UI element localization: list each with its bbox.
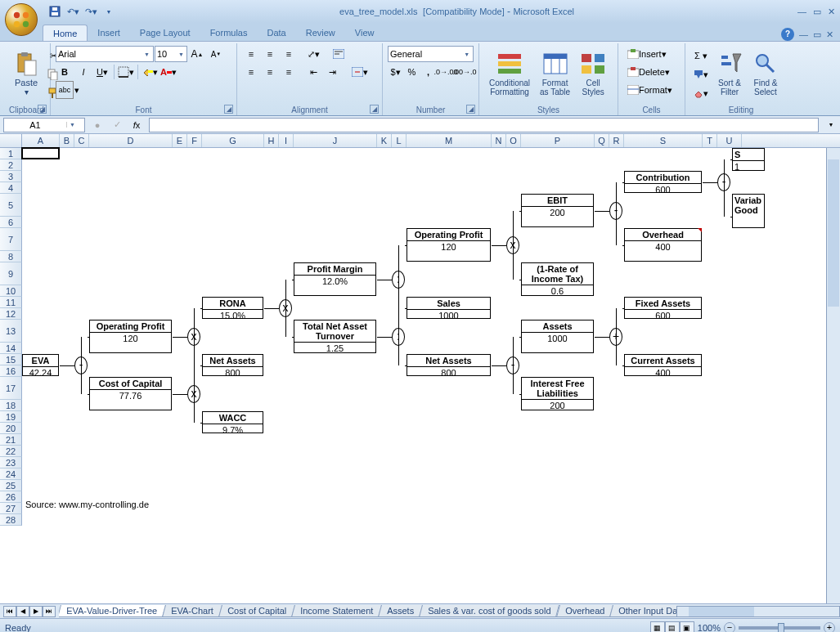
column-header[interactable]: C	[74, 134, 89, 147]
zoom-level[interactable]: 100%	[698, 623, 721, 633]
column-header[interactable]: H	[264, 134, 279, 147]
align-middle-icon[interactable]: ≡	[261, 45, 279, 63]
row-header[interactable]: 17	[0, 377, 22, 400]
sort-filter-button[interactable]: Sort &Filter	[712, 45, 748, 102]
tab-formulas[interactable]: Formulas	[200, 25, 258, 41]
column-header[interactable]: Q	[595, 134, 609, 147]
tab-view[interactable]: View	[345, 25, 384, 41]
increase-indent-icon[interactable]: ⇥	[323, 63, 341, 81]
help-icon[interactable]: ?	[781, 28, 794, 41]
sheet-nav-first-icon[interactable]: ⏮	[3, 606, 16, 617]
row-header[interactable]: 13	[0, 320, 22, 343]
column-header[interactable]: D	[89, 134, 173, 147]
column-header[interactable]: N	[492, 134, 506, 147]
zoom-in-button[interactable]: +	[824, 622, 835, 633]
insert-cells-button[interactable]: Insert ▾	[623, 45, 671, 63]
orientation-icon[interactable]: ⤢▾	[304, 45, 322, 63]
sheet-nav-next-icon[interactable]: ▶	[29, 606, 43, 617]
row-header[interactable]: 7	[0, 228, 22, 251]
font-color-icon[interactable]: A▾	[159, 63, 177, 81]
sheet-tab[interactable]: Sales & var. cost of goods sold	[419, 605, 559, 617]
row-header[interactable]: 2	[0, 159, 22, 171]
delete-cells-button[interactable]: Delete ▾	[623, 63, 674, 81]
restore-button[interactable]: ▭	[813, 7, 821, 17]
sheet-tab[interactable]: EVA-Chart	[162, 605, 222, 617]
column-header[interactable]: K	[377, 134, 392, 147]
conditional-formatting-button[interactable]: ConditionalFormatting	[484, 45, 535, 102]
column-header[interactable]: F	[187, 134, 202, 147]
decrease-indent-icon[interactable]: ⇤	[304, 63, 322, 81]
normal-view-icon[interactable]: ▦	[650, 621, 665, 633]
expand-formula-bar-icon[interactable]: ▼	[822, 116, 840, 134]
fill-color-icon[interactable]: ▾	[141, 63, 159, 81]
column-header[interactable]: P	[521, 134, 595, 147]
tab-page-layout[interactable]: Page Layout	[130, 25, 200, 41]
row-header[interactable]: 26	[0, 491, 22, 503]
sheet-nav-last-icon[interactable]: ⏭	[43, 606, 56, 617]
redo-icon[interactable]: ↷▾	[83, 4, 98, 19]
fx-icon[interactable]: fx	[128, 116, 146, 134]
row-header[interactable]: 23	[0, 457, 22, 468]
fill-icon[interactable]: ▾	[690, 65, 712, 83]
column-header[interactable]: S	[624, 134, 703, 147]
formula-bar[interactable]	[149, 118, 819, 132]
sheet-nav-prev-icon[interactable]: ◀	[16, 606, 29, 617]
phonetic-icon[interactable]: abc	[56, 81, 74, 99]
underline-button[interactable]: U▾	[93, 63, 111, 81]
row-header[interactable]: 5	[0, 194, 22, 217]
row-header[interactable]: 4	[0, 182, 22, 194]
row-header[interactable]: 11	[0, 297, 22, 308]
name-box[interactable]: ▼	[3, 118, 85, 132]
select-all-corner[interactable]	[0, 134, 22, 147]
merge-center-button[interactable]: ▾	[348, 63, 372, 81]
dialog-launcher-icon[interactable]: ◢	[38, 105, 47, 114]
row-header[interactable]: 6	[0, 217, 22, 228]
dialog-launcher-icon[interactable]: ◢	[370, 105, 379, 114]
column-header[interactable]: R	[609, 134, 624, 147]
wrap-text-button[interactable]	[329, 45, 348, 63]
font-size-combo[interactable]: ▼	[155, 46, 187, 62]
horizontal-scrollbar[interactable]	[676, 606, 840, 617]
number-format-combo[interactable]: ▼	[388, 46, 474, 62]
page-layout-view-icon[interactable]: ▤	[665, 621, 680, 633]
zoom-out-button[interactable]: −	[724, 622, 735, 633]
page-break-view-icon[interactable]: ▣	[680, 621, 694, 633]
row-header[interactable]: 12	[0, 308, 22, 320]
row-header[interactable]: 24	[0, 468, 22, 480]
sheet-tab[interactable]: Cost of Capital	[218, 605, 295, 617]
shrink-font-icon[interactable]: A▼	[207, 45, 225, 63]
cell-styles-button[interactable]: CellStyles	[575, 45, 611, 102]
tab-insert[interactable]: Insert	[88, 25, 130, 41]
row-header[interactable]: 3	[0, 171, 22, 182]
column-header[interactable]: G	[202, 134, 264, 147]
row-header[interactable]: 19	[0, 411, 22, 423]
fx-enter-icon[interactable]: ✓	[108, 116, 126, 134]
sheet-tab[interactable]: Overhead	[556, 605, 613, 617]
row-header[interactable]: 18	[0, 400, 22, 411]
row-header[interactable]: 14	[0, 343, 22, 354]
row-header[interactable]: 21	[0, 434, 22, 446]
align-left-icon[interactable]: ≡	[242, 63, 260, 81]
italic-button[interactable]: I	[74, 63, 92, 81]
row-header[interactable]: 16	[0, 365, 22, 377]
row-header[interactable]: 15	[0, 354, 22, 365]
sheet-tab[interactable]: Other Input Data	[609, 605, 676, 617]
dialog-launcher-icon[interactable]: ◢	[466, 105, 475, 114]
tab-data[interactable]: Data	[257, 25, 295, 41]
paste-button[interactable]: Paste ▾	[8, 45, 44, 102]
office-button[interactable]	[5, 3, 38, 36]
column-header[interactable]: U	[717, 134, 742, 147]
row-header[interactable]: 20	[0, 423, 22, 434]
row-header[interactable]: 10	[0, 285, 22, 297]
align-right-icon[interactable]: ≡	[280, 63, 298, 81]
format-cells-button[interactable]: Format ▾	[623, 81, 676, 99]
fx-cancel-icon[interactable]: ●	[88, 116, 106, 134]
undo-icon[interactable]: ↶▾	[65, 4, 80, 19]
tab-home[interactable]: Home	[43, 25, 88, 41]
column-header[interactable]: J	[294, 134, 377, 147]
autosum-icon[interactable]: Σ ▾	[690, 47, 712, 65]
format-as-table-button[interactable]: Formatas Table	[535, 45, 575, 102]
sheet-tab[interactable]: EVA-Value-Driver-Tree	[59, 605, 166, 617]
row-header[interactable]: 28	[0, 514, 22, 526]
doc-restore-button[interactable]: ▭	[813, 29, 821, 40]
